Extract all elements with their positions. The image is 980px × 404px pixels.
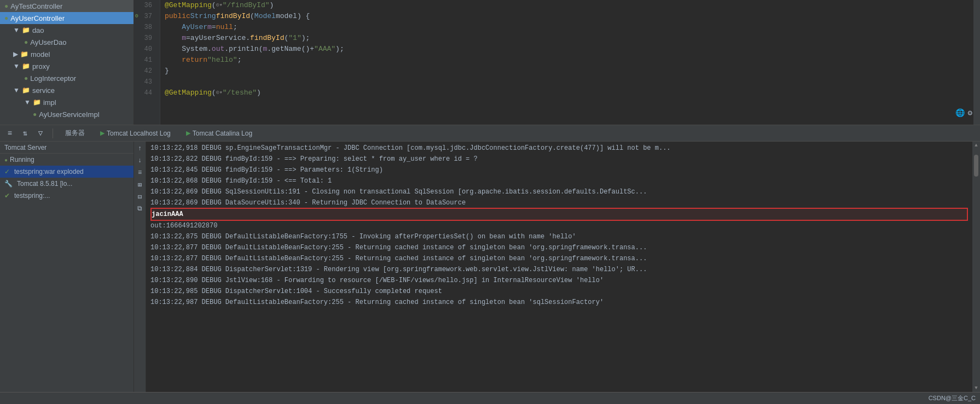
play-icon: ▶: [100, 130, 105, 137]
sidebar-label: service: [32, 86, 55, 95]
sidebar-item-model[interactable]: ▶ 📁 model: [0, 48, 134, 60]
scroll-up-btn[interactable]: ▲: [972, 142, 980, 149]
status-label: CSDN@三金C_C: [929, 394, 976, 402]
class-icon: ●: [33, 110, 37, 118]
expand-arrow-icon: ▼: [13, 26, 20, 34]
check-icon: ✔: [4, 192, 10, 200]
log-line-1: 10:13:22,822 DEBUG findById:159 - ==> Pr…: [150, 154, 968, 165]
log-scrollbar[interactable]: ▲ ▼: [972, 142, 980, 392]
expand-arrow-icon: ▼: [13, 86, 20, 94]
tomcat-icon: 🔧: [4, 180, 13, 188]
line-num-39: 39: [134, 33, 155, 44]
code-line-37: public String findById ( Model model ) {: [165, 11, 973, 22]
sidebar-item-ayuserdao[interactable]: ● AyUserDao: [0, 36, 134, 48]
tab-tomcat-localhost[interactable]: ▶ Tomcat Localhost Log: [95, 126, 176, 140]
clear-btn[interactable]: ⊟: [135, 192, 145, 202]
globe-icon[interactable]: 🌐: [955, 108, 965, 118]
file-tree: ● AyTestController ● AyUserController ▼ …: [0, 0, 134, 125]
line-num-40: 40: [134, 44, 155, 55]
check-icon: ✓: [4, 168, 10, 175]
line-num-37: ⚙ 37: [134, 11, 155, 22]
line-num-41: 41: [134, 55, 155, 66]
code-content: @GetMapping ( ⊙▾ "/findById" ) public St…: [160, 0, 973, 125]
folder-icon: 📁: [22, 26, 30, 34]
status-bar: CSDN@三金C_C: [0, 392, 980, 404]
sidebar-item-dao[interactable]: ▼ 📁 dao: [0, 24, 134, 36]
sidebar-item-aytestcontroller[interactable]: ● AyTestController: [0, 0, 134, 12]
log-line-12: 10:13:22,890 DEBUG JstlView:168 - Forwar…: [150, 275, 968, 286]
status-indicator: ●: [4, 157, 8, 163]
sort-btn[interactable]: ⇅: [20, 128, 31, 139]
log-panel: ↑ ↓ ≡ ⊞ ⊟ ⧉ 10:13:22,918 DEBUG sp.Engine…: [134, 142, 980, 392]
sidebar-item-loginterceptor[interactable]: ● LogInterceptor: [0, 72, 134, 84]
sidebar-item-impl[interactable]: ▼ 📁 impl: [0, 96, 134, 108]
scroll-up-btn[interactable]: ↑: [135, 144, 145, 154]
server-panel: Tomcat Server ● Running ✓ testspring:war…: [0, 142, 134, 392]
copy-btn[interactable]: ⧉: [135, 204, 145, 214]
code-line-44: @GetMapping ( ⊙▾ "/teshe" ): [165, 87, 973, 98]
sidebar-item-proxy[interactable]: ▼ 📁 proxy: [0, 60, 134, 72]
log-line-8: 10:13:22,875 DEBUG DefaultListableBeanFa…: [150, 231, 968, 242]
scroll-down-btn[interactable]: ▼: [972, 384, 980, 392]
settings-icon[interactable]: ⚙: [968, 108, 972, 118]
panel-body: Tomcat Server ● Running ✓ testspring:war…: [0, 142, 980, 392]
wrap-btn[interactable]: ≡: [135, 168, 145, 178]
annotation: @GetMapping: [165, 0, 212, 11]
line-num-42: 42: [134, 66, 155, 77]
panel-toolbar: ≡ ⇅ ▽ 服务器 ▶ Tomcat Localhost Log ▶ Tomca…: [0, 125, 980, 142]
log-line-4: 10:13:22,869 DEBUG SqlSessionUtils:191 -…: [150, 186, 968, 197]
log-line-3: 10:13:22,868 DEBUG findById:159 - <== To…: [150, 175, 968, 186]
breakpoint-icon: ⚙: [135, 11, 138, 22]
scroll-track: [972, 149, 980, 384]
server-testspring-item[interactable]: ✔ testspring:...: [0, 190, 134, 202]
log-content: 10:13:22,918 DEBUG sp.EngineSageTransact…: [146, 142, 972, 392]
editor-scrollbar[interactable]: [973, 0, 980, 125]
class-icon: ●: [24, 38, 28, 46]
sidebar-label: model: [31, 50, 50, 58]
code-line-43: [165, 77, 973, 87]
code-line-41: return "hello" ;: [165, 55, 973, 66]
server-deployment-item[interactable]: ✓ testspring:war exploded: [0, 166, 134, 178]
play-icon: ▶: [186, 130, 190, 137]
code-line-38: AyUser m = null ;: [165, 22, 973, 33]
server-status-row: ● Running: [0, 154, 134, 166]
class-icon: ●: [4, 14, 8, 22]
sidebar-label: AyUserDao: [30, 38, 66, 46]
log-line-5: 10:13:22,869 DEBUG DataSourceUtils:340 -…: [150, 197, 968, 208]
line-num-44: 44: [134, 87, 155, 98]
tab-label: Tomcat Localhost Log: [107, 130, 171, 137]
sidebar-label: AyUserServiceImpl: [39, 110, 99, 119]
sidebar-label: impl: [43, 98, 56, 107]
filter-btn[interactable]: ▽: [35, 128, 46, 139]
code-editor: 36 ⚙ 37 38 39 40 41 42 43 44 @GetMapping…: [134, 0, 980, 125]
server-panel-title: Tomcat Server: [4, 144, 47, 151]
code-line-39: m =ayUserService. findById ( "1" );: [165, 33, 973, 44]
toggle-panel-btn[interactable]: ≡: [4, 128, 15, 139]
tomcat-label: Tomcat 8.5.81 [lo...: [17, 180, 72, 188]
code-line-40: System. out .println( m .getName()+ "AAA…: [165, 44, 973, 55]
expand-arrow-icon: ▼: [13, 62, 20, 70]
tab-tomcat-catalina[interactable]: ▶ Tomcat Catalina Log: [181, 126, 258, 140]
log-line-2: 10:13:22,845 DEBUG findById:159 - ==> Pa…: [150, 165, 968, 175]
sidebar-label: dao: [32, 26, 44, 34]
expand-arrow-icon: ▶: [13, 50, 18, 58]
pin-btn[interactable]: ⊞: [135, 180, 145, 190]
line-num-36: 36: [134, 0, 155, 11]
log-actions: ↑ ↓ ≡ ⊞ ⊟ ⧉: [134, 142, 146, 392]
sidebar-item-service[interactable]: ▼ 📁 service: [0, 84, 134, 96]
tab-servers[interactable]: 服务器: [60, 126, 90, 140]
scroll-thumb[interactable]: [974, 155, 978, 177]
bottom-panel: ≡ ⇅ ▽ 服务器 ▶ Tomcat Localhost Log ▶ Tomca…: [0, 125, 980, 392]
code-line-36: @GetMapping ( ⊙▾ "/findById" ): [165, 0, 973, 11]
scroll-down-btn[interactable]: ↓: [135, 156, 145, 166]
log-line-14: 10:13:22,987 DEBUG DefaultListableBeanFa…: [150, 297, 968, 308]
sidebar-item-ayuserserviceimpl[interactable]: ● AyUserServiceImpl: [0, 108, 134, 120]
deployment-label: testspring:war exploded: [14, 168, 84, 175]
folder-icon: 📁: [22, 86, 30, 94]
separator: [53, 128, 53, 138]
sidebar-label: AyTestController: [10, 2, 62, 10]
line-numbers: 36 ⚙ 37 38 39 40 41 42 43 44: [134, 0, 160, 125]
log-line-13: 10:13:22,985 DEBUG DispatcherServlet:100…: [150, 286, 968, 297]
sidebar-item-ayusercontroller[interactable]: ● AyUserController: [0, 12, 134, 24]
server-tomcat-item[interactable]: 🔧 Tomcat 8.5.81 [lo...: [0, 178, 134, 190]
